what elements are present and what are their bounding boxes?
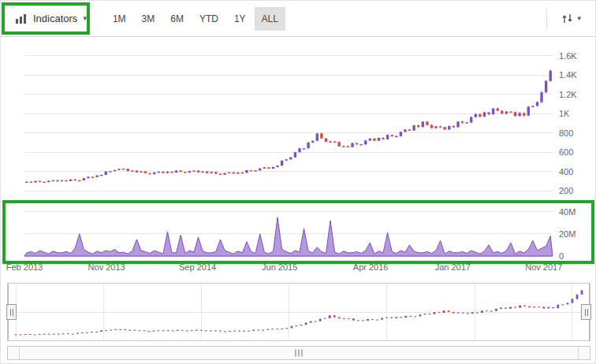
navigator-right-handle[interactable] [581, 304, 591, 320]
svg-text:40M: 40M [559, 207, 576, 217]
bar-chart-icon [15, 13, 28, 24]
svg-text:Nov 2017: Nov 2017 [525, 262, 562, 272]
svg-text:600: 600 [559, 147, 573, 157]
svg-text:Apr 2016: Apr 2016 [353, 262, 389, 272]
svg-text:Feb 2013: Feb 2013 [6, 262, 43, 272]
navigator-chart [8, 284, 590, 340]
indicators-label: Indicators [33, 13, 77, 24]
navigator-left-handle[interactable] [6, 304, 17, 320]
price-volume-chart[interactable]: 1.6K1.4K1.2K1K80060040020040M20M0Feb 201… [1, 37, 596, 283]
scrollbar-grip-icon[interactable] [296, 350, 303, 357]
chevron-down-icon: ▾ [577, 15, 581, 22]
period-1m[interactable]: 1M [106, 7, 133, 31]
stock-chart-app: Indicators ▾ 1M 3M 6M YTD 1Y ALL ▾ 1.6K1… [0, 0, 596, 364]
toolbar: Indicators ▾ 1M 3M 6M YTD 1Y ALL ▾ [1, 1, 595, 37]
svg-text:Sep 2014: Sep 2014 [179, 262, 216, 272]
svg-text:800: 800 [559, 128, 573, 138]
up-down-arrows-icon [561, 13, 573, 24]
toolbar-divider [546, 8, 547, 30]
chart-tools-button[interactable]: ▾ [553, 6, 589, 31]
svg-text:1.6K: 1.6K [559, 51, 577, 61]
svg-text:0: 0 [559, 251, 564, 261]
period-selector: 1M 3M 6M YTD 1Y ALL [106, 7, 285, 31]
horizontal-scrollbar[interactable] [7, 346, 590, 360]
scrollbar-left-cap [19, 347, 20, 359]
svg-text:Nov 2013: Nov 2013 [88, 262, 125, 272]
range-navigator[interactable] [7, 283, 590, 341]
svg-text:Jun 2015: Jun 2015 [262, 262, 297, 272]
svg-text:1.2K: 1.2K [559, 90, 577, 99]
svg-text:400: 400 [559, 167, 573, 176]
period-1y[interactable]: 1Y [227, 7, 253, 31]
period-3m[interactable]: 3M [135, 7, 162, 31]
svg-text:200: 200 [559, 186, 573, 195]
scrollbar-right-cap [578, 347, 579, 359]
svg-text:20M: 20M [559, 229, 576, 239]
period-ytd[interactable]: YTD [192, 7, 225, 31]
indicators-button[interactable]: Indicators ▾ [7, 6, 95, 31]
period-all[interactable]: ALL [255, 7, 285, 31]
svg-text:1.4K: 1.4K [559, 70, 577, 80]
svg-text:Jan 2017: Jan 2017 [435, 262, 471, 272]
period-6m[interactable]: 6M [163, 7, 191, 31]
chevron-down-icon: ▾ [83, 15, 87, 22]
svg-text:1K: 1K [559, 109, 570, 118]
